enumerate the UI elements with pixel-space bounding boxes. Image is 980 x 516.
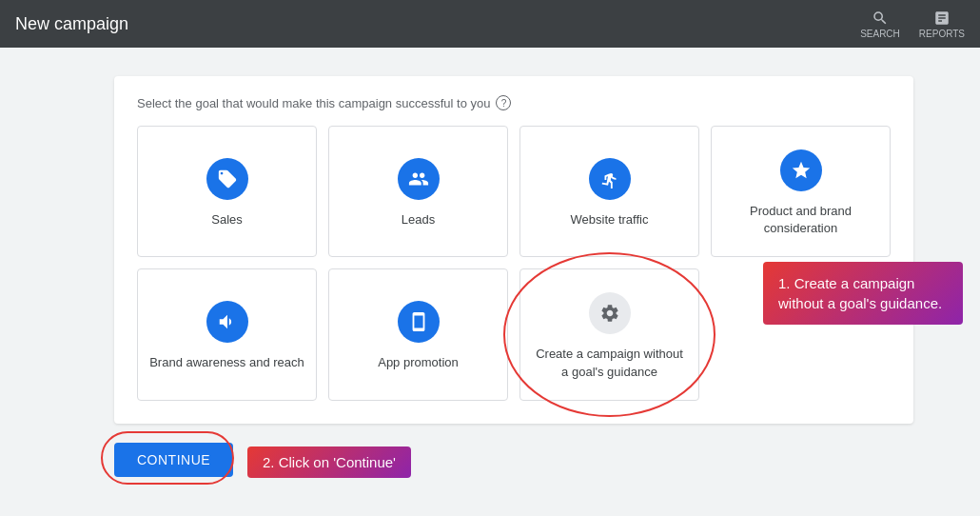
continue-wrapper: CONTINUE: [114, 443, 233, 477]
app-promotion-icon-circle: [398, 301, 440, 343]
search-button[interactable]: SEARCH: [860, 10, 900, 39]
sparkle-icon: [791, 160, 812, 181]
highlight-circle: [503, 252, 715, 416]
website-traffic-label: Website traffic: [571, 211, 649, 228]
search-icon: [872, 10, 889, 27]
volume-icon: [217, 311, 238, 332]
reports-button[interactable]: REPORTS: [919, 10, 965, 39]
leads-label: Leads: [402, 211, 435, 228]
header-icons: SEARCH REPORTS: [860, 10, 965, 39]
search-label: SEARCH: [860, 29, 900, 39]
phone-icon: [408, 311, 429, 332]
no-goal-label: Create a campaign without a goal's guida…: [532, 346, 687, 380]
product-brand-label: Product and brand consideration: [723, 203, 878, 237]
page-title: New campaign: [15, 14, 128, 34]
sales-label: Sales: [211, 211, 243, 228]
product-brand-icon-circle: [780, 149, 822, 191]
cursor-icon: [599, 169, 620, 189]
goal-brand-awareness[interactable]: Brand awareness and reach: [137, 268, 317, 400]
people-icon: [408, 169, 429, 189]
info-icon[interactable]: ?: [496, 95, 511, 110]
leads-icon-circle: [398, 158, 440, 200]
step1-annotation: 1. Create a campaign without a goal's gu…: [763, 262, 963, 325]
sales-icon-circle: [206, 158, 248, 200]
app-promotion-label: App promotion: [378, 354, 459, 371]
continue-button[interactable]: CONTINUE: [114, 443, 233, 477]
card-subtitle: Select the goal that would make this cam…: [137, 95, 891, 110]
step2-annotation: 2. Click on 'Continue': [247, 447, 411, 478]
header: New campaign SEARCH REPORTS: [0, 0, 980, 48]
goal-product-brand[interactable]: Product and brand consideration: [711, 126, 891, 257]
no-goal-icon-circle: [589, 292, 631, 334]
brand-awareness-label: Brand awareness and reach: [149, 354, 304, 371]
goal-leads[interactable]: Leads: [328, 126, 508, 257]
tag-icon: [217, 169, 238, 189]
goal-no-goal[interactable]: Create a campaign without a goal's guida…: [519, 268, 699, 400]
reports-label: REPORTS: [919, 29, 965, 39]
bottom-actions: CONTINUE CANCEL 2. Click on 'Continue': [114, 443, 309, 477]
campaign-goal-card: Select the goal that would make this cam…: [114, 76, 913, 424]
goal-app-promotion[interactable]: App promotion: [328, 268, 508, 400]
goal-sales[interactable]: Sales: [137, 126, 317, 257]
brand-awareness-icon-circle: [206, 301, 248, 343]
website-traffic-icon-circle: [589, 158, 631, 200]
reports-icon: [933, 10, 951, 27]
gear-icon: [599, 303, 620, 324]
goal-website-traffic[interactable]: Website traffic: [519, 126, 699, 257]
